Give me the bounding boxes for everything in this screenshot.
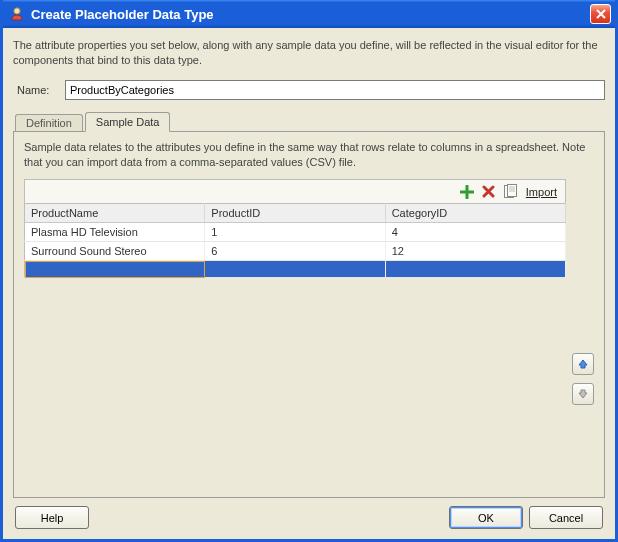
app-icon: [9, 6, 25, 22]
table-empty-area: [24, 278, 566, 489]
cancel-button[interactable]: Cancel: [529, 506, 603, 529]
name-label: Name:: [13, 84, 65, 96]
table-area: Import ProductName ProductID CategoryID …: [24, 179, 594, 489]
help-button[interactable]: Help: [15, 506, 89, 529]
name-row: Name:: [13, 80, 605, 100]
import-button-icon[interactable]: [502, 183, 520, 201]
ok-button[interactable]: OK: [449, 506, 523, 529]
dialog-window: Create Placeholder Data Type The attribu…: [0, 0, 618, 542]
intro-text: The attribute properties you set below, …: [13, 38, 605, 68]
add-row-button[interactable]: [458, 183, 476, 201]
table-row[interactable]: [25, 261, 566, 278]
reorder-arrows: [572, 179, 594, 489]
table-cell[interactable]: 1: [205, 223, 385, 242]
sample-data-table[interactable]: ProductName ProductID CategoryID Plasma …: [24, 203, 566, 278]
window-title: Create Placeholder Data Type: [31, 7, 590, 22]
delete-row-button[interactable]: [480, 183, 498, 201]
arrow-up-icon: [577, 358, 589, 370]
table-row[interactable]: Plasma HD Television14: [25, 223, 566, 242]
tab-panel: Sample data relates to the attributes yo…: [13, 131, 605, 498]
tab-definition-label: Definition: [26, 117, 72, 129]
tab-sample-data-label: Sample Data: [96, 116, 160, 128]
move-down-button[interactable]: [572, 383, 594, 405]
table-wrap: Import ProductName ProductID CategoryID …: [24, 179, 566, 489]
table-cell[interactable]: 12: [385, 242, 565, 261]
plus-icon: [460, 185, 474, 199]
title-bar: Create Placeholder Data Type: [3, 0, 615, 28]
table-cell[interactable]: Surround Sound Stereo: [25, 242, 205, 261]
table-row[interactable]: Surround Sound Stereo612: [25, 242, 566, 261]
close-icon: [596, 9, 606, 19]
col-categoryid[interactable]: CategoryID: [385, 204, 565, 223]
move-up-button[interactable]: [572, 353, 594, 375]
table-cell[interactable]: 6: [205, 242, 385, 261]
tab-description: Sample data relates to the attributes yo…: [24, 140, 594, 170]
table-header-row: ProductName ProductID CategoryID: [25, 204, 566, 223]
arrow-down-icon: [577, 388, 589, 400]
col-productid[interactable]: ProductID: [205, 204, 385, 223]
import-file-icon: [503, 184, 518, 199]
table-cell[interactable]: [205, 261, 385, 278]
table-cell[interactable]: [385, 261, 565, 278]
close-button[interactable]: [590, 4, 611, 24]
dialog-body: The attribute properties you set below, …: [3, 28, 615, 539]
svg-point-0: [14, 8, 20, 14]
import-link[interactable]: Import: [524, 186, 563, 198]
table-cell[interactable]: 4: [385, 223, 565, 242]
table-cell[interactable]: [25, 261, 205, 278]
table-cell[interactable]: Plasma HD Television: [25, 223, 205, 242]
tab-sample-data[interactable]: Sample Data: [85, 112, 171, 132]
col-productname[interactable]: ProductName: [25, 204, 205, 223]
table-toolbar: Import: [24, 179, 566, 203]
dialog-footer: Help OK Cancel: [13, 498, 605, 531]
tab-strip: Definition Sample Data: [13, 112, 605, 132]
delete-icon: [482, 185, 495, 198]
name-input[interactable]: [65, 80, 605, 100]
